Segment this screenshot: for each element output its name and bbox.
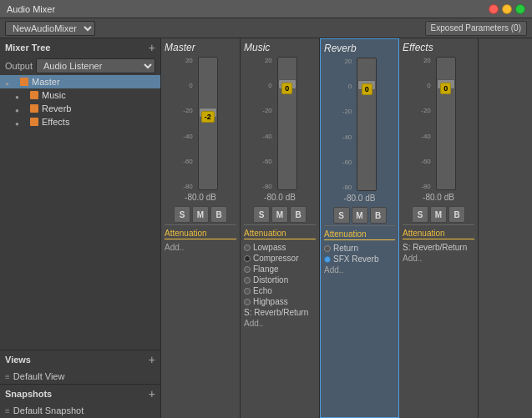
color-swatch-music [30, 91, 38, 99]
views-header: Views + [0, 350, 160, 369]
fader-value-master: -2 [201, 111, 215, 123]
effect-item-highpass[interactable]: Highpass [244, 296, 316, 307]
view-item-label-default: Default View [13, 371, 65, 381]
snapshots-section: Snapshots + ≡ Default Snapshot [0, 384, 160, 418]
channel-reverb: Reverb 20 0 -20 -40 -60 -80 0 -80.0 dB S [320, 38, 399, 418]
fader-scale-music: 20 0 -20 -40 -60 -80 [262, 57, 274, 190]
fader-track-master[interactable]: -2 [198, 57, 218, 190]
mute-button-reverb[interactable]: M [352, 207, 368, 224]
effect-add-music[interactable]: Add.. [244, 318, 316, 329]
bypass-button-master[interactable]: B [210, 206, 227, 223]
toolbar-left: NewAudioMixer [5, 21, 95, 36]
channel-master: Master 20 0 -20 -40 -60 -80 -2 -80.0 dB … [161, 38, 241, 418]
fader-track-music[interactable]: 0 [277, 57, 297, 190]
effect-add-effects[interactable]: Add.. [403, 253, 474, 264]
fader-value-reverb: 0 [362, 83, 372, 95]
tree-item-effects[interactable]: Effects [0, 115, 160, 128]
effect-item-compressor[interactable]: Compressor [244, 253, 316, 264]
fader-scale-reverb: 20 0 -20 -40 -60 -80 [342, 58, 354, 191]
fader-track-reverb[interactable]: 0 [357, 58, 377, 191]
output-dropdown[interactable]: Audio Listener [36, 58, 155, 73]
tree-item-reverb[interactable]: Reverb [0, 102, 160, 115]
channel-name-master: Master [165, 42, 236, 57]
mixer-name-dropdown[interactable]: NewAudioMixer [5, 21, 95, 36]
effect-item-send-reverb-music[interactable]: S: Reverb/Return [244, 307, 316, 318]
effect-item-distortion[interactable]: Distortion [244, 274, 316, 285]
effect-item-return-reverb[interactable]: Return [324, 243, 395, 254]
tree-item-music[interactable]: Music [0, 88, 160, 102]
snapshots-add-button[interactable]: + [149, 388, 155, 400]
mixer-tree-add-button[interactable]: + [149, 42, 155, 53]
mixer-tree-header: Mixer Tree + [0, 38, 160, 57]
fader-area-effects: 20 0 -20 -40 -60 -80 0 [403, 57, 474, 190]
effect-name-send-reverb-effects: S: Reverb/Return [403, 243, 467, 252]
effect-item-lowpass[interactable]: Lowpass [244, 242, 316, 253]
attenuation-label-music: Attenuation [244, 229, 316, 239]
effect-dot-echo [244, 288, 251, 295]
left-panel: Mixer Tree + Output Audio Listener Maste… [0, 38, 161, 418]
maximize-button[interactable] [515, 4, 525, 14]
snapshot-item-icon: ≡ [5, 406, 10, 415]
output-label: Output [5, 61, 33, 71]
mute-button-effects[interactable]: M [430, 206, 447, 223]
bypass-button-reverb[interactable]: B [370, 207, 387, 224]
tree-item-label-reverb: Reverb [42, 103, 71, 113]
snapshots-title: Snapshots [5, 389, 52, 399]
smb-row-master: S M B [165, 204, 236, 224]
effect-name-lowpass: Lowpass [253, 243, 286, 252]
solo-button-reverb[interactable]: S [333, 207, 350, 224]
eye-icon-effects [15, 118, 27, 126]
snapshot-item-label-default: Default Snapshot [13, 405, 84, 415]
eye-icon-music [15, 91, 27, 99]
view-item-default[interactable]: ≡ Default View [0, 369, 160, 384]
effect-item-echo[interactable]: Echo [244, 285, 316, 296]
effect-item-send-reverb-effects[interactable]: S: Reverb/Return [403, 242, 474, 253]
bypass-button-music[interactable]: B [290, 206, 307, 223]
fader-track-effects[interactable]: 0 [436, 57, 456, 190]
solo-button-effects[interactable]: S [412, 206, 428, 223]
db-label-master: -80.0 dB [165, 190, 236, 204]
effect-name-send-reverb-music: S: Reverb/Return [244, 308, 308, 317]
toolbar: NewAudioMixer Exposed Parameters (0) [0, 18, 532, 38]
bypass-button-effects[interactable]: B [448, 206, 465, 223]
effect-name-compressor: Compressor [253, 254, 298, 263]
fader-value-music: 0 [281, 83, 292, 94]
solo-button-master[interactable]: S [174, 206, 190, 223]
solo-button-music[interactable]: S [253, 206, 270, 223]
exposed-params-button[interactable]: Exposed Parameters (0) [425, 21, 527, 36]
effect-item-flange[interactable]: Flange [244, 264, 316, 274]
fader-area-music: 20 0 -20 -40 -60 -80 0 [244, 57, 316, 190]
effect-dot-return-reverb [324, 245, 331, 252]
minimize-button[interactable] [502, 4, 512, 14]
mute-button-music[interactable]: M [271, 206, 288, 223]
snapshot-item-default[interactable]: ≡ Default Snapshot [0, 403, 160, 418]
fader-value-effects: 0 [440, 83, 451, 94]
fader-scale-master: 20 0 -20 -40 -60 -80 [183, 57, 195, 190]
views-add-button[interactable]: + [149, 354, 155, 365]
tree-item-label-master: Master [32, 77, 60, 87]
tree-item-master[interactable]: Master [0, 75, 160, 88]
title-bar: Audio Mixer [0, 0, 532, 18]
effect-add-reverb[interactable]: Add.. [324, 264, 395, 275]
attenuation-label-effects: Attenuation [403, 229, 474, 239]
mixer-panel: Master 20 0 -20 -40 -60 -80 -2 -80.0 dB … [161, 38, 532, 418]
effect-name-flange: Flange [253, 264, 279, 274]
view-item-icon: ≡ [5, 372, 10, 381]
close-button[interactable] [489, 4, 499, 14]
effect-add-master[interactable]: Add.. [165, 242, 236, 253]
eye-icon-reverb [15, 104, 27, 113]
window-title: Audio Mixer [7, 4, 55, 14]
effect-name-highpass: Highpass [253, 297, 288, 306]
channel-music: Music 20 0 -20 -40 -60 -80 0 -80.0 dB S [241, 38, 320, 418]
channel-effects-fx: Attenuation S: Reverb/Return Add.. [403, 224, 474, 415]
color-swatch-effects [30, 118, 38, 126]
effect-item-sfx-reverb[interactable]: SFX Reverb [324, 254, 395, 264]
eye-icon-master [5, 78, 17, 86]
fader-scale-effects: 20 0 -20 -40 -60 -80 [421, 57, 433, 190]
mixer-tree-title: Mixer Tree [5, 43, 50, 53]
views-section: Views + ≡ Default View [0, 350, 160, 384]
attenuation-label-master: Attenuation [165, 229, 236, 239]
effect-dot-highpass [244, 299, 251, 305]
mute-button-master[interactable]: M [192, 206, 209, 223]
effect-name-sfx-reverb: SFX Reverb [333, 254, 378, 264]
